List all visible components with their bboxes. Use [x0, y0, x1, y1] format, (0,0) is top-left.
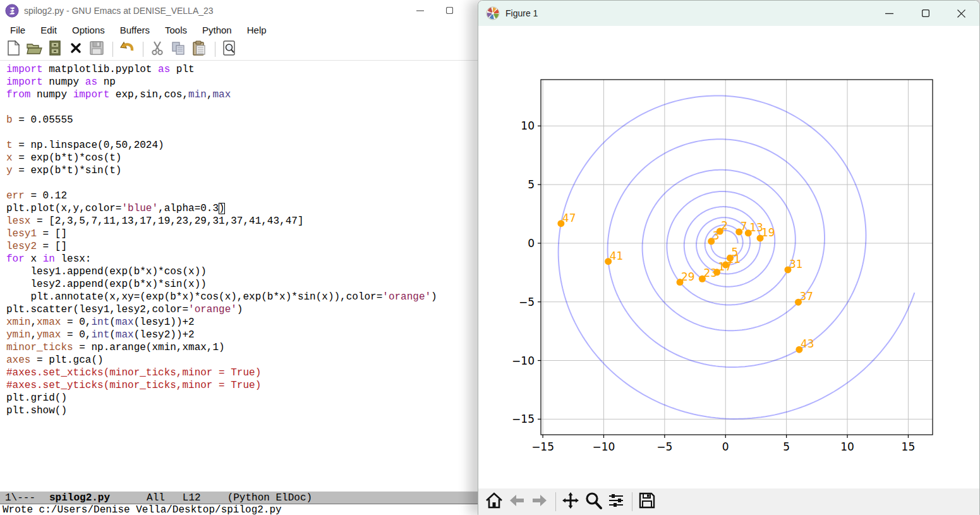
close-x-icon	[69, 41, 83, 58]
save-figure-button[interactable]	[636, 491, 658, 512]
code-line: lesy1 = []	[6, 227, 488, 240]
menu-item-buffers[interactable]: Buffers	[115, 23, 155, 37]
code-line: axes = plt.gca()	[6, 354, 488, 367]
back-icon	[507, 491, 526, 512]
new-file-icon	[5, 40, 21, 59]
toolbar-separator	[112, 42, 113, 57]
figure-titlebar[interactable]: Figure 1	[478, 1, 979, 26]
save-floppy-icon	[88, 40, 105, 59]
svg-text:10: 10	[521, 119, 535, 132]
figure-minimize-button[interactable]	[871, 1, 907, 26]
emacs-app-icon	[5, 4, 19, 18]
menu-item-edit[interactable]: Edit	[35, 23, 62, 37]
close-icon	[957, 9, 965, 18]
matplotlib-figure-window: Figure 1 −15−10−5051015−15−10−5051023571…	[478, 0, 980, 515]
save-figure-icon	[638, 491, 656, 512]
menu-item-file[interactable]: File	[5, 23, 30, 37]
cut-scissors-button[interactable]	[148, 40, 167, 59]
menu-item-options[interactable]: Options	[67, 23, 110, 37]
svg-text:0: 0	[722, 440, 729, 453]
svg-text:41: 41	[610, 250, 624, 262]
close-x-button[interactable]	[66, 40, 85, 59]
svg-text:29: 29	[681, 270, 695, 283]
svg-text:−10: −10	[512, 354, 535, 367]
code-line: plt.plot(x,y,color='blue',alpha=0.3)	[6, 202, 488, 215]
forward-button[interactable]	[529, 491, 550, 512]
paste-clipboard-button[interactable]	[190, 40, 209, 59]
code-line	[6, 177, 488, 190]
code-line: lesy2 = []	[6, 240, 488, 253]
figure-maximize-button[interactable]	[907, 1, 943, 26]
toolbar-separator	[215, 42, 215, 57]
code-line: b = 0.05555	[6, 114, 488, 126]
svg-text:15: 15	[902, 440, 916, 453]
svg-text:3: 3	[713, 229, 720, 242]
emacs-titlebar[interactable]: spilog2.py - GNU Emacs at DENISE_VELLA_2…	[0, 0, 488, 21]
dired-cabinet-button[interactable]	[45, 40, 64, 59]
copy-pages-icon	[170, 40, 186, 59]
menu-item-help[interactable]: Help	[242, 23, 272, 37]
paste-clipboard-icon	[191, 40, 207, 59]
code-line: from numpy import exp,sin,cos,min,max	[6, 88, 488, 101]
code-line: #axes.set_xticks(minor_ticks,minor = Tru…	[6, 367, 488, 379]
figure-close-button[interactable]	[943, 1, 979, 26]
modeline-prefix: 1\---	[5, 492, 35, 504]
figure-window-title: Figure 1	[505, 8, 538, 18]
back-button[interactable]	[506, 491, 528, 512]
svg-text:43: 43	[801, 337, 814, 350]
configure-subplots-button[interactable]	[605, 491, 627, 512]
toolbar-separator	[632, 492, 632, 511]
svg-text:−15: −15	[531, 440, 554, 453]
code-line: err = 0.12	[6, 190, 488, 202]
svg-text:5: 5	[528, 178, 535, 191]
save-floppy-button[interactable]	[87, 40, 106, 59]
code-line	[6, 101, 488, 114]
svg-text:−5: −5	[519, 296, 535, 308]
emacs-buffer[interactable]: import matplotlib.pyplot as pltimport nu…	[0, 61, 488, 491]
home-button[interactable]	[483, 491, 505, 512]
code-line: plt.scatter(lesy1,lesy2,color='orange')	[6, 303, 488, 316]
code-line: plt.annotate(x,xy=(exp(b*x)*cos(x),exp(b…	[6, 291, 488, 303]
code-line: lesy1.append(exp(b*x)*cos(x))	[6, 265, 488, 278]
svg-text:−10: −10	[593, 440, 615, 453]
modeline-line-number: L12	[183, 492, 201, 504]
emacs-window: spilog2.py - GNU Emacs at DENISE_VELLA_2…	[0, 0, 488, 515]
code-line: x = exp(b*t)*cos(t)	[6, 152, 488, 164]
figure-canvas[interactable]: −15−10−5051015−15−10−5051023571113171923…	[478, 26, 979, 488]
toolbar-separator	[555, 492, 556, 511]
svg-text:23: 23	[703, 267, 717, 279]
svg-text:2: 2	[721, 219, 728, 232]
code-line: plt.grid()	[6, 392, 488, 404]
dired-cabinet-icon	[47, 40, 63, 59]
emacs-minimize-button[interactable]	[406, 0, 435, 21]
figure-navigation-toolbar	[478, 488, 979, 515]
undo-icon	[119, 40, 135, 59]
emacs-modeline: 1\--- spilog2.py All L12 (Python ElDoc)	[0, 491, 488, 504]
code-line: ymin,ymax = 0,int(max(lesy2))+2	[6, 329, 488, 341]
search-page-button[interactable]	[220, 40, 239, 59]
emacs-maximize-button[interactable]	[435, 0, 464, 21]
toolbar-separator	[143, 42, 143, 57]
text-cursor: )	[219, 203, 225, 214]
menu-item-python[interactable]: Python	[197, 23, 237, 37]
matplotlib-app-icon	[486, 6, 500, 20]
cut-scissors-icon	[149, 40, 166, 59]
code-line: xmin,xmax = 0,int(max(lesy1))+2	[6, 316, 488, 329]
emacs-toolbar	[0, 39, 488, 61]
new-file-button[interactable]	[4, 40, 23, 59]
pan-icon	[561, 491, 580, 512]
zoom-magnifier-button[interactable]	[583, 491, 604, 512]
svg-text:−5: −5	[656, 440, 672, 453]
maximize-icon	[446, 7, 453, 14]
svg-text:19: 19	[761, 226, 775, 239]
pan-button[interactable]	[560, 491, 581, 512]
code-line: minor_ticks = np.arange(xmin,xmax,1)	[6, 341, 488, 354]
forward-icon	[530, 491, 549, 512]
menu-item-tools[interactable]: Tools	[160, 23, 192, 37]
minimize-icon	[416, 7, 424, 15]
copy-pages-button[interactable]	[169, 40, 188, 59]
code-line: t = np.linspace(0,50,2024)	[6, 139, 488, 152]
open-folder-button[interactable]	[25, 40, 44, 59]
svg-text:10: 10	[840, 440, 854, 453]
undo-button[interactable]	[118, 40, 136, 59]
